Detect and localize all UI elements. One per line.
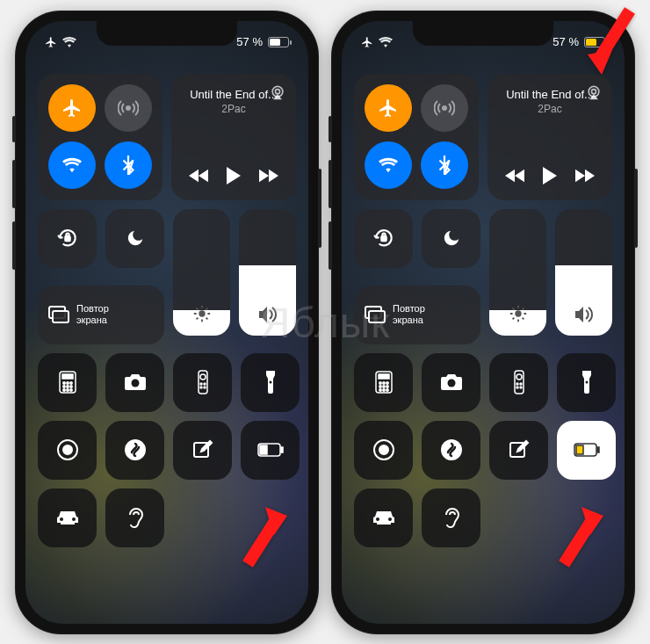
svg-point-55: [516, 374, 522, 380]
svg-point-12: [62, 386, 64, 387]
flashlight-button[interactable]: [241, 353, 300, 412]
svg-point-34: [72, 517, 76, 521]
svg-rect-5: [53, 311, 69, 322]
brightness-slider[interactable]: [489, 209, 546, 336]
play-button[interactable]: [542, 167, 558, 185]
calculator-button[interactable]: [38, 353, 97, 412]
car-button[interactable]: [38, 488, 97, 547]
volume-icon: [257, 306, 278, 323]
svg-point-2: [276, 89, 280, 93]
volume-slider[interactable]: [239, 209, 296, 336]
notes-button[interactable]: [173, 421, 232, 480]
svg-rect-43: [379, 374, 389, 379]
screen-record-button[interactable]: [354, 421, 413, 480]
svg-point-68: [376, 517, 379, 521]
svg-point-59: [520, 387, 522, 388]
svg-point-15: [62, 389, 64, 391]
wifi-icon: [62, 37, 76, 47]
side-button: [318, 169, 321, 248]
hearing-button[interactable]: [422, 488, 480, 547]
svg-point-23: [200, 387, 202, 388]
svg-point-11: [69, 382, 71, 384]
shazam-button[interactable]: [105, 421, 164, 480]
wifi-toggle[interactable]: [48, 141, 96, 189]
bluetooth-toggle[interactable]: [421, 141, 468, 189]
svg-point-33: [60, 517, 63, 521]
svg-point-10: [66, 382, 68, 384]
calculator-button[interactable]: [354, 353, 413, 412]
flashlight-button[interactable]: [557, 353, 616, 412]
airplane-mode-toggle[interactable]: [48, 84, 96, 132]
rewind-button[interactable]: [189, 169, 208, 183]
connectivity-card[interactable]: [354, 74, 479, 200]
remote-button[interactable]: [173, 353, 232, 412]
brightness-slider[interactable]: [173, 209, 230, 336]
low-power-button[interactable]: [557, 421, 616, 480]
dnd-toggle[interactable]: [105, 209, 164, 268]
camera-button[interactable]: [422, 353, 480, 412]
mute-switch: [12, 116, 16, 142]
svg-point-37: [592, 89, 596, 93]
forward-button[interactable]: [259, 169, 278, 183]
notch: [97, 21, 237, 46]
low-power-button[interactable]: [241, 421, 300, 480]
svg-rect-38: [381, 236, 386, 241]
wifi-toggle[interactable]: [365, 141, 412, 189]
cellular-toggle[interactable]: [105, 84, 152, 132]
svg-point-45: [382, 382, 384, 384]
rewind-button[interactable]: [505, 169, 524, 183]
svg-point-28: [125, 439, 146, 460]
svg-rect-66: [597, 447, 599, 452]
svg-point-41: [515, 310, 521, 316]
media-card[interactable]: Until the End of... 2Pac: [488, 74, 612, 200]
dnd-toggle[interactable]: [422, 209, 480, 268]
screen-mirroring-button[interactable]: Повторэкрана: [38, 286, 164, 344]
notes-button[interactable]: [489, 421, 548, 480]
cellular-toggle[interactable]: [421, 84, 468, 132]
svg-point-17: [69, 389, 71, 391]
svg-point-69: [388, 517, 392, 521]
shazam-button[interactable]: [422, 421, 480, 480]
airplane-mode-toggle[interactable]: [365, 84, 412, 132]
svg-rect-3: [65, 236, 69, 241]
orientation-lock-toggle[interactable]: [38, 209, 97, 268]
svg-rect-31: [281, 447, 283, 452]
screen-mirroring-button[interactable]: Повторэкрана: [354, 286, 480, 344]
svg-point-60: [585, 381, 588, 384]
svg-point-44: [379, 382, 380, 384]
svg-rect-40: [369, 311, 385, 322]
car-button[interactable]: [354, 488, 413, 547]
svg-point-9: [62, 382, 64, 384]
volume-up-button: [329, 160, 332, 208]
volume-down-button: [12, 221, 16, 270]
forward-button[interactable]: [575, 169, 595, 183]
screen-mirroring-label: Повторэкрана: [393, 303, 425, 325]
airplay-icon[interactable]: [584, 83, 603, 102]
phone-left: 57 % Until the End of... 2Pac: [15, 11, 319, 634]
play-button[interactable]: [226, 167, 242, 185]
svg-point-49: [386, 386, 387, 387]
airplay-icon[interactable]: [268, 83, 287, 102]
volume-slider[interactable]: [555, 209, 612, 336]
screen-record-button[interactable]: [38, 421, 97, 480]
camera-button[interactable]: [105, 353, 164, 412]
phone-right: 57 % Until the End of... 2Pac: [331, 11, 635, 634]
screen-mirroring-label: Повторэкрана: [76, 303, 109, 325]
svg-point-13: [66, 386, 68, 387]
orientation-lock-toggle[interactable]: [354, 209, 413, 268]
bluetooth-toggle[interactable]: [105, 141, 152, 189]
connectivity-card[interactable]: [38, 74, 162, 200]
svg-point-20: [200, 374, 206, 380]
side-button: [634, 169, 638, 248]
battery-icon: [268, 37, 289, 47]
svg-rect-67: [576, 445, 583, 454]
svg-point-27: [63, 445, 72, 454]
svg-point-22: [204, 383, 206, 385]
svg-point-57: [520, 383, 522, 385]
brightness-icon: [192, 304, 212, 323]
hearing-button[interactable]: [105, 488, 164, 547]
remote-button[interactable]: [489, 353, 548, 412]
media-card[interactable]: Until the End of... 2Pac: [171, 74, 296, 200]
svg-point-51: [382, 389, 384, 391]
svg-point-56: [516, 383, 518, 385]
